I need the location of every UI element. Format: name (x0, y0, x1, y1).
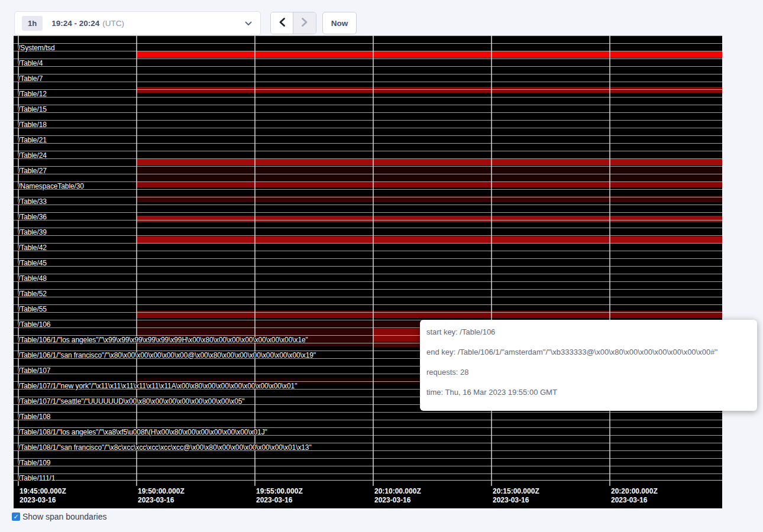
time-axis: 19:45:00.000Z2023-03-1619:50:00.000Z2023… (14, 481, 722, 508)
prev-time-button[interactable] (271, 12, 293, 34)
x-axis-label: 19:45:00.000Z2023-03-16 (20, 487, 66, 505)
chevron-down-icon[interactable] (245, 21, 252, 26)
time-range-timezone: (UTC) (102, 19, 124, 28)
heat-band (137, 329, 373, 346)
heat-band (137, 181, 722, 187)
tooltip-line: requests: 28 (426, 366, 749, 378)
x-axis-label: 20:15:00.000Z2023-03-16 (493, 487, 539, 505)
time-range-text: 19:24 - 20:24 (51, 19, 99, 28)
key-visualizer-heatmap: /System/tsd/Table/4/Table/7/Table/12/Tab… (14, 35, 722, 508)
tooltip-line: start key: /Table/106 (426, 326, 749, 338)
show-span-boundaries-row: ✓ Show span boundaries (12, 512, 106, 521)
show-span-boundaries-label: Show span boundaries (22, 512, 106, 521)
show-span-boundaries-checkbox[interactable]: ✓ (12, 512, 20, 521)
heat-band (137, 311, 722, 318)
heat-band (137, 51, 722, 58)
heat-band (137, 196, 722, 202)
next-time-button[interactable] (293, 12, 316, 34)
chevron-right-icon (301, 17, 308, 30)
heat-band (137, 159, 722, 166)
x-axis-label: 20:20:00.000Z2023-03-16 (611, 487, 658, 505)
x-axis-label: 19:50:00.000Z2023-03-16 (138, 487, 185, 505)
now-button[interactable]: Now (322, 12, 357, 34)
chevron-left-icon (279, 17, 286, 30)
heat-band (137, 166, 722, 181)
x-axis-label: 20:10:00.000Z2023-03-16 (374, 487, 421, 505)
x-axis-label: 19:55:00.000Z2023-03-16 (256, 487, 303, 505)
tooltip-line: end key: /Table/106/1/"amsterdam"/"\xb33… (426, 346, 749, 358)
heat-band (137, 236, 722, 243)
time-nav-group (270, 12, 316, 34)
span-tooltip: start key: /Table/106end key: /Table/106… (420, 320, 757, 411)
time-range-selector[interactable]: 1h 19:24 - 20:24 (UTC) (14, 11, 261, 35)
time-range-duration-badge: 1h (22, 16, 43, 31)
heatmap-rows[interactable] (14, 35, 722, 481)
tooltip-line: time: Thu, 16 Mar 2023 19:55:00 GMT (426, 387, 749, 398)
heat-band (137, 216, 722, 222)
heat-band (137, 87, 722, 93)
